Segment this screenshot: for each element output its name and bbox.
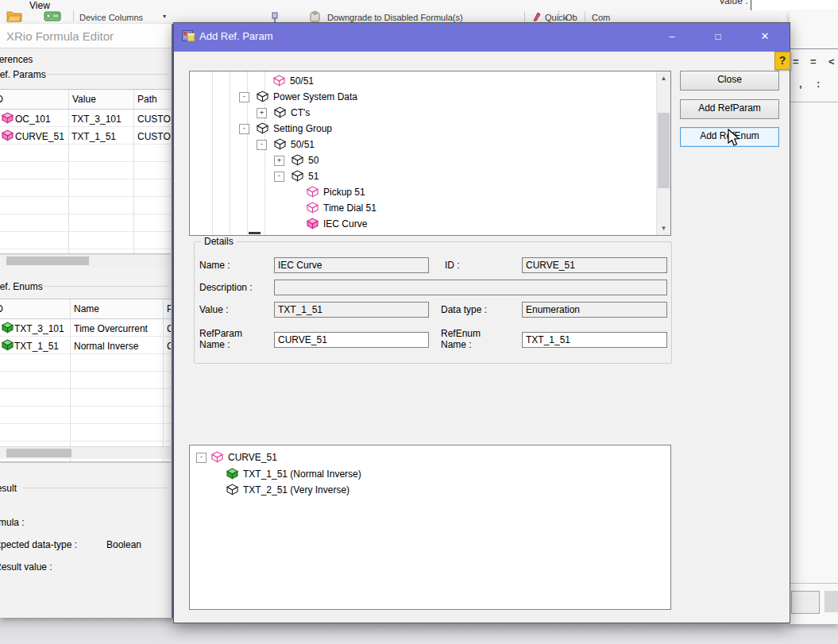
- black-cube-icon: [292, 154, 303, 166]
- tree-item-cts[interactable]: + CT's: [190, 105, 670, 121]
- datatype-field[interactable]: [522, 302, 667, 318]
- col-header-path[interactable]: Path: [137, 94, 157, 105]
- col-header-id[interactable]: ID: [0, 94, 3, 105]
- operator-less-than-button[interactable]: <: [828, 56, 835, 67]
- name-field[interactable]: [274, 257, 429, 273]
- paste-icon[interactable]: [310, 11, 320, 22]
- menu-item-view[interactable]: View: [29, 0, 50, 11]
- tree-item-txt-2-51[interactable]: TXT_2_51 (Very Inverse): [190, 482, 670, 498]
- name-label: Name :: [199, 260, 230, 271]
- black-cube-icon: [274, 138, 286, 150]
- tree-item-power-system-data[interactable]: - Power System Data: [190, 89, 670, 105]
- tree-item-time-dial-51[interactable]: Time Dial 51: [190, 200, 670, 216]
- scroll-up-icon[interactable]: ▲: [657, 71, 670, 85]
- tree-item-label: Pickup 51: [323, 187, 365, 198]
- black-cube-icon: [257, 122, 268, 134]
- maximize-button[interactable]: □: [701, 23, 736, 52]
- scrollbar-thumb[interactable]: [658, 113, 670, 188]
- add-ref-param-dialog: Add Ref. Param – □ ✕ 50/51 - Power Syste…: [173, 22, 790, 623]
- tree-expander[interactable]: +: [257, 108, 267, 118]
- minimize-button[interactable]: –: [655, 23, 689, 52]
- pink-cube-icon: [2, 112, 14, 124]
- cell-value: TXT_1_51: [71, 131, 132, 142]
- tree-item-clipped: [249, 232, 261, 234]
- tree-expander[interactable]: -: [274, 172, 284, 182]
- tree-item-5051-top[interactable]: 50/51: [190, 73, 670, 89]
- operator-colon-button[interactable]: :: [817, 78, 820, 90]
- operator-equals-button[interactable]: =: [793, 56, 799, 67]
- pink-cube-selected-icon: [307, 218, 319, 229]
- black-cube-icon: [274, 106, 286, 118]
- id-field[interactable]: [522, 257, 667, 273]
- tree-item-label: 50/51: [290, 75, 314, 87]
- cell-id: TXT_3_101: [14, 323, 68, 334]
- toolbar-device-columns[interactable]: Device Columns: [79, 13, 143, 22]
- chevron-down-icon[interactable]: ▾: [163, 13, 166, 20]
- tree-expander[interactable]: +: [274, 156, 284, 166]
- col-header-name[interactable]: Name: [74, 303, 99, 314]
- value-field[interactable]: [274, 302, 429, 318]
- close-window-button[interactable]: ✕: [747, 23, 782, 52]
- fragment-button[interactable]: [791, 591, 820, 614]
- dialog-titlebar[interactable]: Add Ref. Param – □ ✕: [174, 23, 790, 52]
- formula-label: Formula :: [0, 517, 25, 528]
- tree-item-setting-group[interactable]: - Setting Group: [190, 121, 670, 137]
- cell-path: CUSTOM: [137, 114, 171, 125]
- tree-vscrollbar[interactable]: ▲ ▼: [656, 71, 670, 235]
- description-label: Description :: [199, 282, 253, 293]
- device-icon[interactable]: [44, 11, 61, 21]
- refenum-name-field[interactable]: [522, 332, 667, 348]
- open-folder-icon[interactable]: [6, 11, 22, 22]
- tree-expander[interactable]: -: [196, 453, 207, 463]
- toolbar-ob[interactable]: Ob: [566, 13, 577, 22]
- toolbar-com[interactable]: Com: [592, 13, 610, 22]
- tree-item-label: Power System Data: [273, 91, 357, 102]
- quick-icon[interactable]: [532, 12, 542, 21]
- tree-item-pickup-51[interactable]: Pickup 51: [190, 184, 670, 200]
- refparam-name-field[interactable]: [274, 332, 429, 348]
- tree-expander[interactable]: -: [257, 140, 267, 150]
- toolbar-quick[interactable]: Quick: [545, 13, 567, 22]
- scrollbar-thumb[interactable]: [6, 256, 89, 265]
- tree-item-50[interactable]: + 50: [190, 152, 670, 168]
- xrio-formula-editor-window: XRio Formula Editor References Ref. Para…: [0, 24, 173, 618]
- panel-divider: [790, 583, 838, 584]
- fragment-button[interactable]: [824, 591, 838, 612]
- tree-item-5051-setting[interactable]: - 50/51: [190, 137, 670, 152]
- tree-item-txt-1-51[interactable]: TXT_1_51 (Normal Inverse): [190, 466, 670, 482]
- tree-item-iec-curve[interactable]: IEC Curve: [190, 216, 670, 232]
- close-button[interactable]: Close: [680, 71, 779, 91]
- scroll-down-icon[interactable]: ▼: [657, 222, 670, 235]
- tree-item-51[interactable]: - 51: [190, 168, 670, 184]
- group-divider: [22, 488, 169, 488]
- operator-comma-button[interactable]: ,: [799, 78, 802, 90]
- toolbar-disabled-formulas[interactable]: Downgrade to Disabled Formula(s): [327, 13, 463, 22]
- help-icon[interactable]: ?: [774, 52, 790, 70]
- tree-item-label: Time Dial 51: [323, 202, 377, 214]
- add-refparam-button[interactable]: Add RefParam: [680, 99, 779, 119]
- ref-enums-hscrollbar[interactable]: [0, 446, 171, 459]
- refenum-tree[interactable]: - CURVE_51 TXT_1_51 (Normal Inverse) TXT…: [189, 445, 671, 610]
- col-header-id[interactable]: ID: [0, 303, 3, 314]
- details-groupbox: Details Name : ID : Description : Value …: [194, 241, 672, 364]
- tree-expander[interactable]: -: [239, 124, 249, 134]
- datatype-label: Data type :: [441, 304, 487, 315]
- operator-equals-button[interactable]: =: [810, 56, 817, 67]
- ref-enums-table[interactable]: ID Name Path TXT_3_101 Time Overcurrent …: [0, 299, 171, 462]
- mouse-cursor: [727, 129, 744, 148]
- references-section-label: References: [0, 54, 33, 65]
- col-header-value[interactable]: Value: [72, 94, 96, 105]
- id-label: ID :: [445, 260, 460, 271]
- ref-params-table[interactable]: ID Value Path OC_101 TXT_3_101 CUSTOM CU…: [0, 89, 171, 254]
- description-field[interactable]: [274, 280, 667, 295]
- scrollbar-thumb[interactable]: [6, 449, 71, 457]
- tree-expander[interactable]: -: [239, 92, 249, 102]
- col-header-path[interactable]: Path: [167, 303, 171, 314]
- ref-params-hscrollbar[interactable]: [0, 254, 171, 267]
- toolbar-separator: [524, 11, 525, 21]
- xrio-window-title: XRio Formula Editor: [6, 29, 114, 43]
- green-cube-icon: [2, 339, 14, 351]
- parameter-tree[interactable]: 50/51 - Power System Data + CT's - Setti…: [189, 71, 671, 236]
- tree-item-curve-51[interactable]: - CURVE_51: [190, 449, 670, 465]
- pin-icon[interactable]: [271, 12, 279, 22]
